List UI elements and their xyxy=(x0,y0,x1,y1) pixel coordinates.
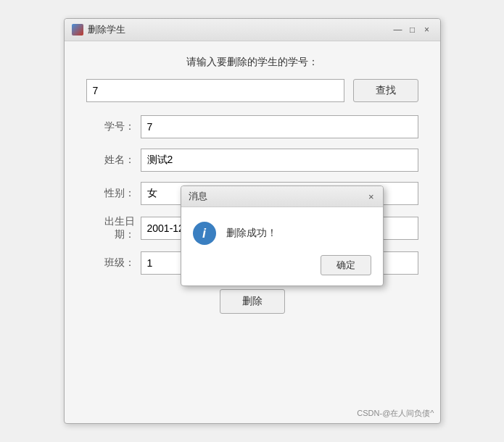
delete-btn-row: 删除 xyxy=(86,289,418,328)
title-bar-left: 删除学生 xyxy=(72,23,125,36)
label-id: 学号： xyxy=(86,120,141,133)
message-dialog: 消息 × i 删除成功！ 确定 xyxy=(181,185,384,286)
search-input[interactable] xyxy=(86,79,344,102)
dialog-body: i 删除成功！ xyxy=(181,207,383,255)
close-button[interactable]: × xyxy=(421,24,433,36)
dialog-close-button[interactable]: × xyxy=(367,191,376,202)
label-gender: 性别： xyxy=(86,187,141,200)
app-icon xyxy=(72,24,83,36)
input-name[interactable] xyxy=(141,149,418,172)
input-id[interactable] xyxy=(141,115,418,138)
info-icon: i xyxy=(193,222,216,245)
form-row-name: 姓名： xyxy=(86,149,418,172)
dialog-message: 删除成功！ xyxy=(226,227,277,240)
window-title: 删除学生 xyxy=(88,23,125,36)
main-window: 删除学生 — □ × 请输入要删除的学生的学号： 查找 学号： 姓名： 性别： xyxy=(64,18,441,424)
dialog-title: 消息 xyxy=(189,190,207,203)
label-birthday: 出生日期： xyxy=(86,215,141,241)
window-controls: — □ × xyxy=(392,24,433,36)
form-row-id: 学号： xyxy=(86,115,418,138)
title-bar: 删除学生 — □ × xyxy=(65,19,440,41)
ok-button[interactable]: 确定 xyxy=(321,255,371,275)
maximize-button[interactable]: □ xyxy=(407,24,418,36)
watermark: CSDN-@在人间负债^ xyxy=(357,408,434,419)
prompt-text: 请输入要删除的学生的学号： xyxy=(86,56,418,69)
label-class: 班级： xyxy=(86,257,141,270)
minimize-button[interactable]: — xyxy=(392,24,404,36)
search-button[interactable]: 查找 xyxy=(353,79,418,102)
dialog-title-bar: 消息 × xyxy=(181,186,383,207)
dialog-footer: 确定 xyxy=(181,255,383,285)
delete-button[interactable]: 删除 xyxy=(220,289,285,314)
label-name: 姓名： xyxy=(86,154,141,167)
search-row: 查找 xyxy=(86,79,418,102)
